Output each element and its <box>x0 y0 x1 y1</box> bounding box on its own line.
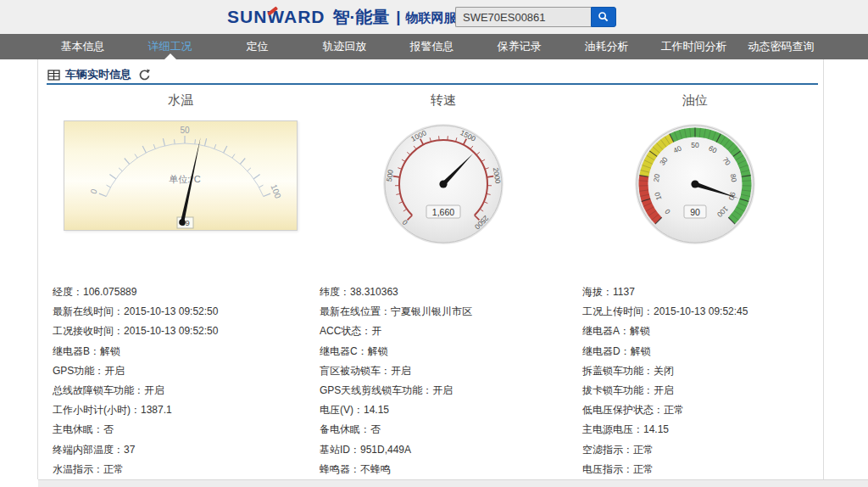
info-field: GPS天线剪线锁车功能：开启 <box>320 381 581 400</box>
nav-tab-0[interactable]: 基本信息 <box>39 34 126 59</box>
app-header: SUNWARD 智·能量 | 物联网服务平台 <box>0 0 868 34</box>
info-field: 基站ID：951D,449A <box>320 440 581 460</box>
svg-text:20: 20 <box>652 173 661 182</box>
content-right-border <box>823 59 824 479</box>
refresh-icon <box>138 69 150 81</box>
nav-tab-3[interactable]: 轨迹回放 <box>301 34 388 59</box>
nav-tab-1[interactable]: 详细工况 <box>126 34 214 59</box>
app-screen: SUNWARD 智·能量 | 物联网服务平台 基本信息详细工况定位轨迹回放报警信… <box>0 0 868 487</box>
info-column-middle: 纬度：38.310363最新在线位置：宁夏银川银川市区ACC状态：开继电器C：解… <box>320 283 581 479</box>
water-temp-dial: 050100单位:°C59 <box>64 121 297 230</box>
svg-text:0: 0 <box>88 188 98 196</box>
section-header: 车辆实时信息 <box>47 68 150 81</box>
info-field: 继电器B：解锁 <box>53 342 317 361</box>
svg-text:80: 80 <box>729 173 738 182</box>
water-temp-gauge: 050100单位:°C59 <box>64 120 298 231</box>
brand-wordmark: SUNWARD <box>227 7 326 27</box>
info-field: 蜂鸣器：不蜂鸣 <box>320 460 581 479</box>
gauge-title-water-temp: 水温 <box>121 92 240 109</box>
info-field: 电压指示：正常 <box>582 460 821 479</box>
info-field: 最新在线位置：宁夏银川银川市区 <box>320 302 581 322</box>
info-column-left: 经度：106.075889最新在线时间：2015-10-13 09:52:50工… <box>53 283 317 479</box>
svg-text:50: 50 <box>691 141 699 149</box>
nav-tab-6[interactable]: 油耗分析 <box>563 34 650 59</box>
info-field: 继电器D：解锁 <box>582 342 821 361</box>
info-field: 工况接收时间：2015-10-13 09:52:50 <box>53 322 317 341</box>
info-field: 继电器A：解锁 <box>582 322 821 341</box>
info-column-right: 海拔：1137工况上传时间：2015-10-13 09:52:45继电器A：解锁… <box>582 283 821 479</box>
logo-divider: | <box>396 8 400 26</box>
info-field: GPS功能：开启 <box>53 361 317 381</box>
nav-tab-5[interactable]: 保养记录 <box>476 34 563 59</box>
info-field: 主电休眠：否 <box>53 420 317 439</box>
info-field: 继电器C：解锁 <box>320 342 581 361</box>
info-field: 终端内部温度：37 <box>53 440 317 460</box>
brand-product-name: 智·能量 <box>333 6 390 29</box>
gauge-title-rpm: 转速 <box>384 92 503 109</box>
section-title: 车辆实时信息 <box>65 67 131 82</box>
magnifier-icon <box>598 11 609 23</box>
svg-text:50: 50 <box>180 126 190 135</box>
info-field: 经度：106.075889 <box>53 283 317 302</box>
nav-tab-2[interactable]: 定位 <box>214 34 301 59</box>
rpm-gauge: 050010001500200025001,660 <box>380 120 507 248</box>
search-button[interactable] <box>591 7 616 27</box>
gauge-title-fuel: 油位 <box>636 92 754 109</box>
info-field: ACC状态：开 <box>320 322 581 341</box>
content-bottom-strip <box>38 479 868 487</box>
info-field: 最新在线时间：2015-10-13 09:52:50 <box>53 302 317 322</box>
info-field: 空滤指示：正常 <box>582 440 821 460</box>
info-field: 工作小时计(小时)：1387.1 <box>53 400 317 420</box>
info-field: 总线故障锁车功能：开启 <box>53 381 317 400</box>
content-left-border <box>37 59 38 479</box>
search-input[interactable] <box>455 7 591 27</box>
ledger-icon <box>47 70 60 81</box>
nav-tab-8[interactable]: 动态密码查询 <box>737 34 825 59</box>
svg-text:单位:°C: 单位:°C <box>169 174 200 184</box>
refresh-button[interactable] <box>138 69 150 81</box>
section-divider <box>47 83 818 85</box>
nav-tab-4[interactable]: 报警信息 <box>388 34 476 59</box>
nav-bar: 基本信息详细工况定位轨迹回放报警信息保养记录油耗分析工作时间分析动态密码查询 <box>0 34 868 59</box>
info-field: 工况上传时间：2015-10-13 09:52:45 <box>582 302 821 322</box>
info-field: 拆盖锁车功能：关闭 <box>582 361 821 381</box>
svg-text:100: 100 <box>269 183 283 200</box>
nav-tab-7[interactable]: 工作时间分析 <box>650 34 737 59</box>
info-field: 纬度：38.310363 <box>320 283 581 302</box>
vehicle-search <box>455 7 616 27</box>
info-field: 拔卡锁车功能：开启 <box>582 381 821 400</box>
svg-text:1,660: 1,660 <box>432 207 454 217</box>
info-field: 备电休眠：否 <box>320 420 581 439</box>
info-field: 盲区被动锁车：开启 <box>320 361 581 381</box>
info-field: 主电源电压：14.15 <box>582 420 821 439</box>
info-field: 海拔：1137 <box>582 283 821 302</box>
fuel-gauge: 010203040506070809010090 <box>632 120 759 248</box>
info-field: 水温指示：正常 <box>53 460 317 479</box>
svg-text:90: 90 <box>690 207 700 217</box>
info-field: 电压(V)：14.15 <box>320 400 581 420</box>
info-field: 低电压保护状态：正常 <box>582 400 821 420</box>
